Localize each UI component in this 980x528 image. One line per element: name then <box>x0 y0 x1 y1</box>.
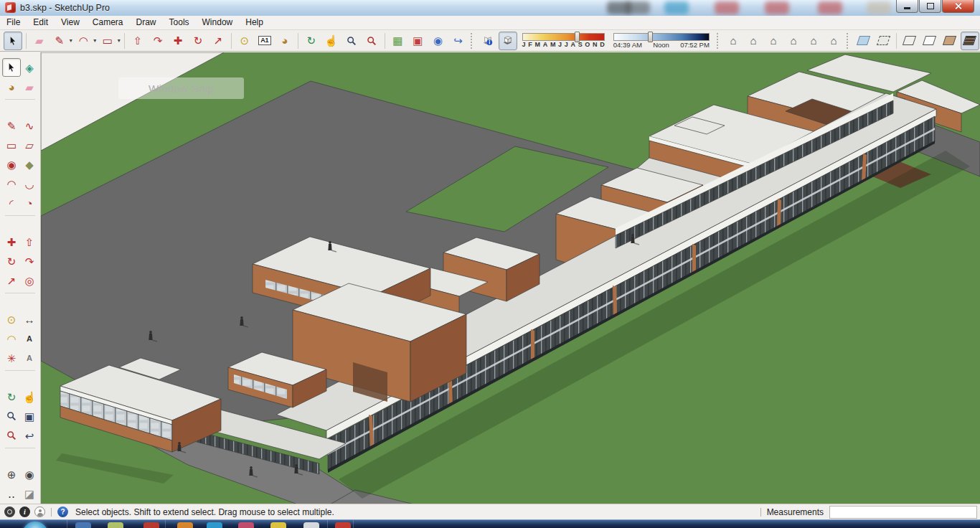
taskbar-app-icon[interactable] <box>75 522 91 528</box>
arc-tool-dropdown[interactable]: ▾ <box>93 37 98 44</box>
paint-bucket-tool[interactable]: ◕ <box>275 32 294 50</box>
palette-arc-tool[interactable]: ◠ <box>2 174 21 193</box>
style-shaded-button[interactable] <box>941 32 959 50</box>
share-model-button[interactable]: ↪ <box>448 32 467 50</box>
taskbar-app-icon[interactable] <box>238 522 254 528</box>
style-wireframe-button[interactable] <box>900 32 919 50</box>
text-tool[interactable]: A1 <box>255 32 274 50</box>
photo-textures-button[interactable]: ▣ <box>408 32 427 50</box>
palette-make-component-tool[interactable]: ◈ <box>20 58 39 77</box>
style-hidden-line-button[interactable] <box>920 32 939 50</box>
start-orb-icon[interactable] <box>23 522 47 528</box>
palette-section-plane-tool[interactable]: ◪ <box>20 484 39 503</box>
shadow-time-slider[interactable]: 04:39 AMNoon07:52 PM <box>613 32 710 50</box>
palette-circle-tool[interactable]: ◉ <box>2 155 21 174</box>
pan-tool[interactable]: ☝ <box>322 32 341 50</box>
taskbar-app-icon[interactable] <box>270 522 286 528</box>
help-icon[interactable]: ? <box>57 506 68 517</box>
rectangle-tool[interactable]: ▭ <box>98 32 117 50</box>
palette-zoom-tool[interactable] <box>2 407 21 425</box>
taskbar-app-icon[interactable] <box>303 522 319 528</box>
select-tool[interactable] <box>4 32 22 50</box>
taskbar-app-icon[interactable] <box>207 522 222 528</box>
palette-two-point-arc-tool[interactable]: ◡ <box>20 174 39 193</box>
minimize-button[interactable] <box>896 0 918 13</box>
palette-paint-bucket-tool[interactable]: ◕ <box>2 77 21 96</box>
rotate-tool[interactable]: ↻ <box>189 32 207 50</box>
view-left-button[interactable]: ⌂ <box>824 32 843 50</box>
measurements-input[interactable] <box>829 506 977 519</box>
scale-tool[interactable]: ↗ <box>209 32 227 50</box>
followme-tool[interactable]: ↷ <box>149 32 167 50</box>
palette-move-tool[interactable]: ✚ <box>2 232 21 251</box>
rectangle-tool-dropdown[interactable]: ▾ <box>118 37 122 44</box>
menu-window[interactable]: Window <box>196 16 240 29</box>
restore-button[interactable] <box>919 0 941 13</box>
taskbar-app-icon[interactable] <box>108 522 123 528</box>
menu-camera[interactable]: Camera <box>86 16 130 29</box>
palette-axes-tool[interactable]: ✳ <box>2 349 21 367</box>
menu-draw[interactable]: Draw <box>130 16 163 29</box>
palette-protractor-tool[interactable]: ◠ <box>2 329 21 348</box>
palette-line-tool[interactable]: ✎ <box>2 116 21 135</box>
palette-tape-measure-tool[interactable]: ⊙ <box>2 310 21 329</box>
palette-eraser-tool[interactable]: ▰ <box>20 77 39 96</box>
palette-zoom-extents-tool[interactable] <box>2 426 21 445</box>
palette-zoom-window-tool[interactable]: ▣ <box>20 407 39 425</box>
pushpull-tool[interactable]: ⇧ <box>128 32 147 50</box>
taskbar-app-icon[interactable] <box>335 522 351 528</box>
menu-edit[interactable]: Edit <box>27 16 55 29</box>
menu-help[interactable]: Help <box>239 16 270 29</box>
arc-tool[interactable]: ◠ <box>74 32 93 50</box>
taskbar-app-icon[interactable] <box>143 522 159 528</box>
palette-zoom-previous-tool[interactable]: ↩ <box>20 426 39 445</box>
menu-file[interactable]: File <box>0 16 27 29</box>
windows-taskbar[interactable] <box>0 519 980 528</box>
palette-select-tool[interactable] <box>2 58 21 77</box>
line-tool[interactable]: ✎ <box>50 32 69 50</box>
credits-info-icon[interactable]: i <box>19 506 30 517</box>
style-back-edges-button[interactable] <box>874 32 892 50</box>
sign-in-icon[interactable] <box>34 506 45 517</box>
palette-look-around-tool[interactable]: ◉ <box>20 465 39 484</box>
palette-pushpull-tool[interactable]: ⇧ <box>20 232 39 251</box>
palette-rotated-rectangle-tool[interactable]: ▱ <box>20 136 39 154</box>
add-location-button[interactable]: ▦ <box>388 32 407 50</box>
palette-offset-tool[interactable]: ◎ <box>20 271 39 290</box>
zoom-extents-tool[interactable] <box>362 32 381 50</box>
palette-pan-tool[interactable]: ☝ <box>20 387 39 406</box>
title-bar[interactable]: b3.skp - SketchUp Pro <box>0 0 980 16</box>
geolocation-icon[interactable] <box>4 506 15 517</box>
move-tool[interactable]: ✚ <box>169 32 187 50</box>
view-right-button[interactable]: ⌂ <box>784 32 803 50</box>
palette-rotate-tool[interactable]: ↻ <box>2 252 21 270</box>
warehouse-button[interactable]: ◉ <box>428 32 447 50</box>
palette-pie-tool[interactable]: ◔ <box>20 194 39 212</box>
palette-polygon-tool[interactable]: ◆ <box>20 155 39 174</box>
close-button[interactable] <box>942 0 974 13</box>
palette-followme-tool[interactable]: ↷ <box>20 252 39 270</box>
style-xray-button[interactable] <box>854 32 872 50</box>
zoom-tool[interactable] <box>342 32 361 50</box>
palette-freehand-tool[interactable]: ∿ <box>20 116 39 135</box>
view-top-button[interactable]: ⌂ <box>744 32 763 50</box>
palette-dimension-tool[interactable]: ↔ <box>20 310 39 329</box>
menu-view[interactable]: View <box>55 16 86 29</box>
model-viewport[interactable]: Window Snip <box>41 52 980 504</box>
orbit-tool[interactable]: ↻ <box>302 32 321 50</box>
shadow-settings-button[interactable] <box>479 32 497 50</box>
shadow-toggle-button[interactable] <box>499 32 517 50</box>
palette-orbit-tool[interactable]: ↻ <box>2 387 21 406</box>
view-back-button[interactable]: ⌂ <box>804 32 823 50</box>
palette-3d-text-tool[interactable]: A <box>20 349 39 367</box>
line-tool-dropdown[interactable]: ▾ <box>70 37 74 44</box>
menu-tools[interactable]: Tools <box>163 16 196 29</box>
tape-measure-tool[interactable]: ⊙ <box>235 32 254 50</box>
view-iso-button[interactable]: ⌂ <box>724 32 743 50</box>
palette-three-point-arc-tool[interactable]: ◜ <box>2 194 21 212</box>
shadow-date-slider[interactable]: JFMAMJJASOND <box>522 32 605 50</box>
taskbar-app-icon[interactable] <box>177 522 193 528</box>
eraser-tool[interactable]: ▰ <box>30 32 49 50</box>
palette-scale-tool[interactable]: ↗ <box>2 271 21 290</box>
palette-text-tool[interactable]: A <box>20 329 39 348</box>
